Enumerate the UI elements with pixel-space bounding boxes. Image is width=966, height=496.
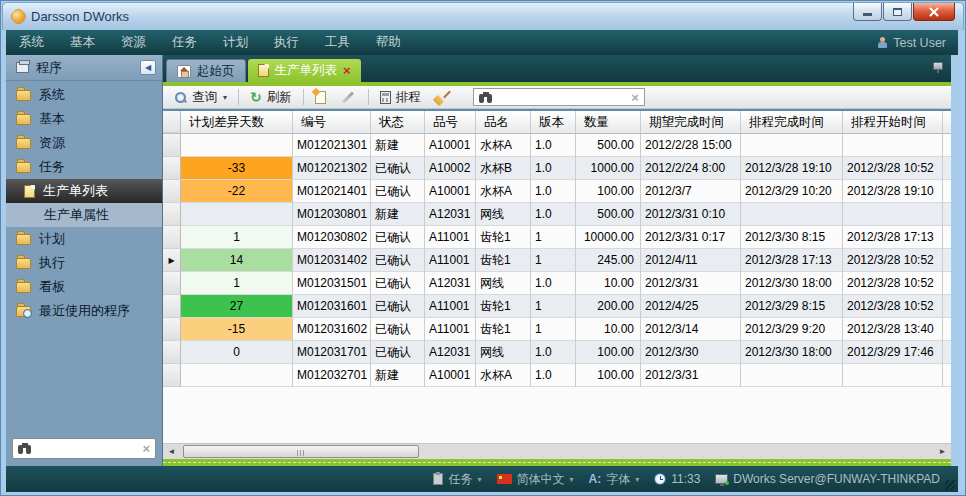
clean-button[interactable]	[429, 88, 454, 107]
sidebar-item-label: 任务	[39, 158, 65, 176]
row-header-cell[interactable]	[163, 295, 181, 318]
row-header-cell[interactable]	[163, 226, 181, 249]
sidebar-item-3[interactable]: 任务	[6, 155, 162, 179]
column-header-version[interactable]: 版本	[531, 111, 576, 133]
status-flag[interactable]: 简体中文▾	[497, 471, 574, 488]
row-header-cell[interactable]	[163, 272, 181, 295]
folder-icon	[16, 90, 31, 101]
table-row[interactable]: -22M012021401已确认A10001水杯A1.0100.002012/3…	[163, 180, 951, 203]
column-header-item_no[interactable]: 品号	[425, 111, 476, 133]
column-header-status[interactable]: 状态	[371, 111, 425, 133]
cell-item_name: 齿轮1	[476, 249, 531, 272]
table-row[interactable]: 1M012030802已确认A11001齿轮1110000.002012/3/3…	[163, 226, 951, 249]
selected-row-marker[interactable]: ▶	[163, 249, 181, 272]
row-header-cell[interactable]	[163, 203, 181, 226]
sidebar-item-8[interactable]: 看板	[6, 275, 162, 299]
query-button[interactable]: 查询 ▾	[169, 87, 232, 108]
status-font[interactable]: A:字体▾	[589, 471, 640, 488]
column-header-sched_start[interactable]: 排程开始时间	[843, 111, 943, 133]
minimize-button[interactable]	[853, 3, 882, 21]
menu-item-7[interactable]: 帮助	[363, 30, 414, 55]
column-header-qty[interactable]: 数量	[576, 111, 641, 133]
table-row[interactable]: M012030801新建A12031网线1.0500.002012/3/31 0…	[163, 203, 951, 226]
pin-icon[interactable]	[933, 62, 943, 70]
status-server[interactable]: DWorks Server@FUNWAY-THINKPAD	[715, 472, 940, 486]
tab-0[interactable]: 起始页	[166, 59, 246, 82]
toolbar-search-input[interactable]	[498, 89, 626, 105]
cell-flag	[943, 341, 951, 364]
table-row[interactable]: M012021301新建A10001水杯A1.0500.002012/2/28 …	[163, 134, 951, 157]
table-row[interactable]: M012032701新建A10001水杯A1.0100.002012/3/31	[163, 364, 951, 387]
menu-item-6[interactable]: 工具	[312, 30, 363, 55]
column-header-sched_finish[interactable]: 排程完成时间	[741, 111, 843, 133]
cell-qty: 100.00	[576, 364, 641, 387]
cell-qty: 10000.00	[576, 226, 641, 249]
sidebar-item-0[interactable]: 系统	[6, 83, 162, 107]
menu-item-3[interactable]: 任务	[159, 30, 210, 55]
sidebar-search: ×	[12, 438, 156, 459]
close-button[interactable]	[913, 3, 955, 21]
folder-icon	[16, 114, 31, 125]
row-header-cell[interactable]	[163, 134, 181, 157]
menu-item-1[interactable]: 基本	[57, 30, 108, 55]
scroll-left-button[interactable]: ◄	[163, 444, 180, 459]
new-button[interactable]	[310, 89, 331, 106]
column-header-item_name[interactable]: 品名	[476, 111, 531, 133]
bottom-splitter[interactable]	[163, 459, 951, 466]
menu-item-4[interactable]: 计划	[210, 30, 261, 55]
sidebar-item-4[interactable]: 生产单列表	[6, 179, 162, 203]
content: 起始页生产单列表× 查询 ▾ ↻ 刷新 排程 ×	[163, 55, 951, 466]
cell-item_name: 水杯B	[476, 157, 531, 180]
table-row[interactable]: ▶14M012031402已确认A11001齿轮11245.002012/4/1…	[163, 249, 951, 272]
cell-qty: 10.00	[576, 318, 641, 341]
cell-diff: 27	[181, 295, 293, 318]
edit-button[interactable]	[334, 94, 362, 101]
caret-down-icon[interactable]: ▾	[635, 475, 639, 484]
status-clipboard[interactable]: 任务▾	[433, 471, 481, 488]
cell-item_name: 网线	[476, 272, 531, 295]
caret-down-icon[interactable]: ▾	[570, 475, 574, 484]
refresh-button[interactable]: ↻ 刷新	[245, 87, 297, 108]
sidebar-search-input[interactable]	[37, 441, 137, 457]
column-header-code[interactable]: 编号	[293, 111, 371, 133]
status-clock[interactable]: 11:33	[654, 472, 700, 486]
row-header-cell[interactable]	[163, 180, 181, 203]
column-header-expected_finish[interactable]: 期望完成时间	[641, 111, 741, 133]
menu-item-5[interactable]: 执行	[261, 30, 312, 55]
query-caret-icon[interactable]: ▾	[223, 93, 227, 102]
schedule-button[interactable]: 排程	[375, 87, 426, 108]
maximize-button[interactable]	[883, 3, 912, 21]
scroll-right-button[interactable]: ►	[934, 444, 951, 459]
column-header-flag[interactable]: 首	[943, 111, 951, 133]
user-indicator[interactable]: Test User	[877, 36, 958, 50]
toolbar-search-clear-icon[interactable]: ×	[631, 91, 639, 104]
sidebar-item-2[interactable]: 资源	[6, 131, 162, 155]
table-row[interactable]: -15M012031602已确认A11001齿轮1110.002012/3/14…	[163, 318, 951, 341]
menu-item-2[interactable]: 资源	[108, 30, 159, 55]
cell-qty: 200.00	[576, 295, 641, 318]
table-row[interactable]: 27M012031601已确认A11001齿轮11200.002012/4/25…	[163, 295, 951, 318]
tab-close-icon[interactable]: ×	[343, 64, 351, 77]
table-row[interactable]: 0M012031701已确认A12031网线1.0100.002012/3/30…	[163, 341, 951, 364]
menu-item-0[interactable]: 系统	[6, 30, 57, 55]
tab-1[interactable]: 生产单列表×	[248, 59, 361, 82]
row-header-cell[interactable]	[163, 318, 181, 341]
row-header-cell[interactable]	[163, 157, 181, 180]
sidebar-item-9[interactable]: 最近使用的程序	[6, 299, 162, 323]
sidebar-item-1[interactable]: 基本	[6, 107, 162, 131]
row-header-cell[interactable]	[163, 364, 181, 387]
table-row[interactable]: -33M012021302已确认A10002水杯B1.01000.002012/…	[163, 157, 951, 180]
sidebar-item-5[interactable]: 生产单属性	[6, 203, 162, 227]
sidebar-search-clear-icon[interactable]: ×	[142, 442, 150, 455]
folder-icon	[16, 138, 31, 149]
row-header-cell[interactable]	[163, 341, 181, 364]
scrollbar-thumb[interactable]	[183, 445, 419, 458]
sidebar-item-7[interactable]: 执行	[6, 251, 162, 275]
horizontal-scrollbar[interactable]: ◄ ►	[163, 443, 951, 459]
column-header-diff[interactable]: 计划差异天数	[181, 111, 293, 133]
sidebar-item-6[interactable]: 计划	[6, 227, 162, 251]
table-row[interactable]: 1M012031501已确认A12031网线1.010.002012/3/312…	[163, 272, 951, 295]
sidebar-collapse-button[interactable]: ◀	[140, 60, 156, 75]
caret-down-icon[interactable]: ▾	[477, 475, 481, 484]
resize-grip[interactable]	[945, 480, 955, 490]
